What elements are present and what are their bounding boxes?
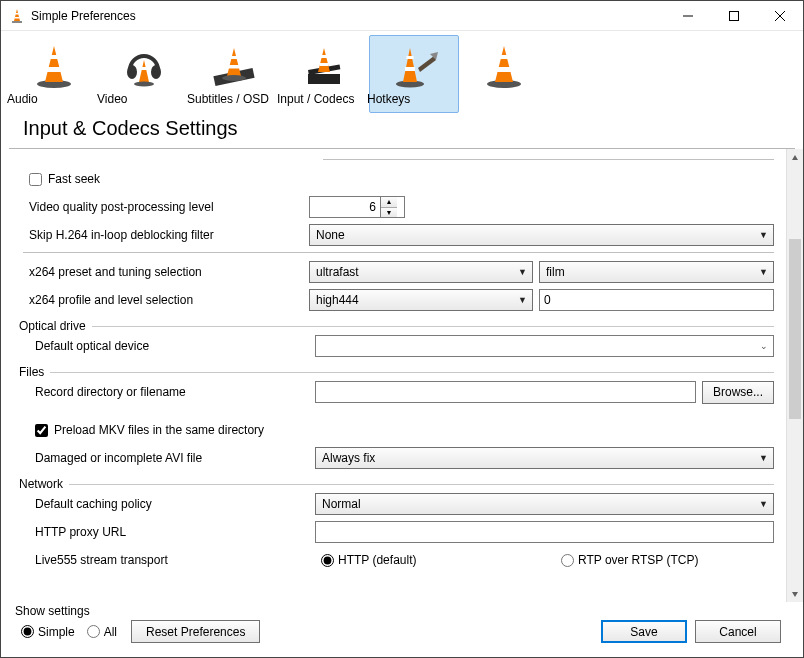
x264-profile-dropdown[interactable]: high444▼ [309, 289, 533, 311]
x264-tune-value: film [546, 265, 565, 279]
svg-point-21 [222, 75, 246, 81]
category-tabs: Interface Audio Video Subtitles / OSD In… [9, 31, 803, 115]
chevron-down-icon: ▼ [759, 499, 768, 509]
save-button[interactable]: Save [601, 620, 687, 643]
svg-point-13 [151, 65, 161, 79]
spin-down-icon[interactable]: ▼ [381, 208, 397, 218]
svg-rect-5 [730, 11, 739, 20]
chevron-down-icon: ▼ [518, 295, 527, 305]
maximize-button[interactable] [711, 1, 757, 31]
x264-preset-dropdown[interactable]: ultrafast▼ [309, 261, 533, 283]
damaged-avi-value: Always fix [322, 451, 375, 465]
page-title: Input & Codecs Settings [9, 115, 795, 149]
browse-button[interactable]: Browse... [702, 381, 774, 404]
show-simple-radio[interactable] [21, 625, 34, 638]
minimize-button[interactable] [665, 1, 711, 31]
scrollbar-thumb[interactable] [789, 239, 801, 419]
headphones-cone-icon [120, 42, 168, 90]
trowel-cone-icon [390, 42, 438, 90]
live555-http-label: HTTP (default) [338, 553, 416, 567]
svg-rect-36 [497, 67, 511, 72]
clapper-cone-icon [300, 42, 348, 90]
http-proxy-label: HTTP proxy URL [29, 525, 315, 539]
titlebar: Simple Preferences [1, 1, 803, 31]
filmstrip-cone-icon [210, 42, 258, 90]
svg-rect-20 [229, 65, 240, 69]
preload-mkv-checkbox[interactable] [35, 424, 48, 437]
chevron-down-icon: ▼ [759, 267, 768, 277]
svg-marker-18 [227, 48, 241, 76]
x264-level-input[interactable] [539, 289, 774, 311]
record-dir-input[interactable] [315, 381, 696, 403]
vertical-scrollbar[interactable] [786, 149, 803, 602]
cache-policy-dropdown[interactable]: Normal▼ [315, 493, 774, 515]
damaged-avi-label: Damaged or incomplete AVI file [29, 451, 315, 465]
svg-rect-22 [308, 74, 340, 84]
svg-rect-3 [15, 17, 20, 19]
scroll-up-icon[interactable] [787, 149, 803, 166]
cache-policy-value: Normal [322, 497, 361, 511]
svg-marker-9 [45, 46, 63, 82]
svg-rect-35 [499, 55, 509, 59]
reset-preferences-button[interactable]: Reset Preferences [131, 620, 260, 643]
vlc-cone-icon [9, 8, 25, 24]
live555-rtp-label: RTP over RTSP (TCP) [578, 553, 698, 567]
show-all-label: All [104, 625, 117, 639]
x264-tune-dropdown[interactable]: film▼ [539, 261, 774, 283]
svg-rect-11 [47, 67, 61, 72]
cancel-button[interactable]: Cancel [695, 620, 781, 643]
skip-h264-value: None [316, 228, 345, 242]
show-all-radio[interactable] [87, 625, 100, 638]
svg-rect-25 [321, 55, 328, 58]
cache-policy-label: Default caching policy [29, 497, 315, 511]
tab-hotkeys[interactable]: Hotkeys [459, 35, 549, 113]
tab-hotkeys-label: Hotkeys [361, 92, 647, 106]
video-quality-spinner[interactable]: ▲▼ [309, 196, 405, 218]
spin-up-icon[interactable]: ▲ [381, 197, 397, 208]
svg-marker-0 [14, 9, 20, 21]
svg-rect-1 [12, 21, 22, 23]
record-dir-label: Record directory or filename [29, 385, 315, 399]
fast-seek-checkbox[interactable] [29, 173, 42, 186]
footer: Show settings Simple All Reset Preferenc… [1, 602, 803, 657]
svg-point-16 [134, 82, 154, 87]
svg-marker-37 [792, 155, 798, 160]
svg-point-12 [127, 65, 137, 79]
svg-marker-24 [318, 48, 330, 72]
damaged-avi-dropdown[interactable]: Always fix▼ [315, 447, 774, 469]
default-optical-label: Default optical device [29, 339, 315, 353]
files-group-title: Files [19, 365, 44, 379]
video-quality-label: Video quality post-processing level [23, 200, 309, 214]
skip-h264-dropdown[interactable]: None▼ [309, 224, 774, 246]
fast-seek-label: Fast seek [48, 172, 100, 186]
svg-rect-19 [230, 56, 238, 59]
svg-marker-38 [792, 592, 798, 597]
network-group-title: Network [19, 477, 63, 491]
x264-preset-value: ultrafast [316, 265, 359, 279]
show-settings-label: Show settings [15, 604, 260, 618]
x264-profile-value: high444 [316, 293, 359, 307]
skip-h264-label: Skip H.264 in-loop deblocking filter [23, 228, 309, 242]
live555-http-radio[interactable] [321, 554, 334, 567]
default-optical-dropdown[interactable]: ⌄ [315, 335, 774, 357]
svg-marker-34 [495, 46, 513, 82]
chevron-down-icon: ▼ [759, 230, 768, 240]
close-button[interactable] [757, 1, 803, 31]
live555-rtp-radio[interactable] [561, 554, 574, 567]
http-proxy-input[interactable] [315, 521, 774, 543]
svg-rect-30 [405, 67, 415, 71]
svg-marker-28 [403, 48, 417, 82]
preload-mkv-label: Preload MKV files in the same directory [54, 423, 264, 437]
chevron-down-icon: ▼ [759, 453, 768, 463]
scroll-down-icon[interactable] [787, 585, 803, 602]
settings-panel: Fast seek Video quality post-processing … [1, 149, 786, 602]
window-title: Simple Preferences [31, 9, 665, 23]
chevron-down-icon: ⌄ [760, 341, 768, 351]
cone-icon [30, 42, 78, 90]
live555-label: Live555 stream transport [29, 553, 315, 567]
video-quality-input[interactable] [310, 199, 380, 215]
cone-icon [480, 42, 528, 90]
svg-rect-10 [49, 55, 59, 59]
x264-preset-label: x264 preset and tuning selection [23, 265, 309, 279]
svg-rect-15 [141, 67, 147, 70]
